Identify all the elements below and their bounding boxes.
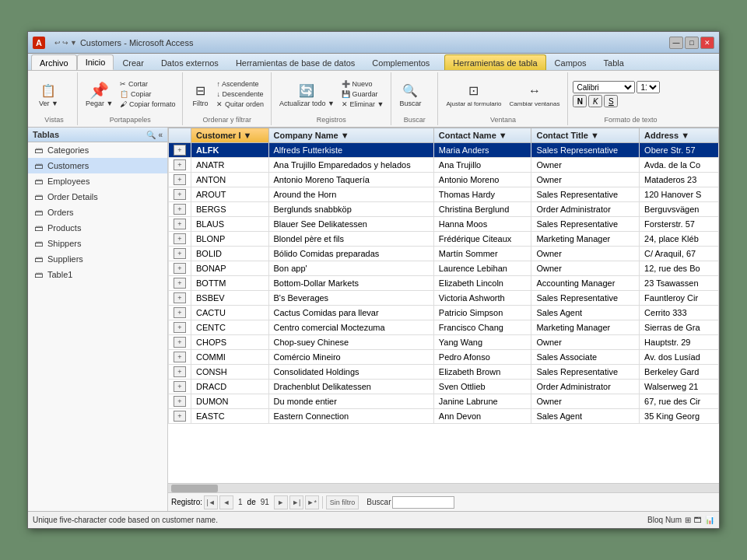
table-row[interactable]: +BOTTMBottom-Dollar MarketsElizabeth Lin… <box>169 276 719 291</box>
sidebar-item-order-details[interactable]: 🗃 Order Details <box>28 189 167 205</box>
nav-first-button[interactable]: |◄ <box>204 495 218 509</box>
sidebar-item-products[interactable]: 🗃 Products <box>28 220 167 236</box>
row-expander[interactable]: + <box>174 189 186 200</box>
row-expander[interactable]: + <box>174 159 186 170</box>
ribbon-btn-actualizar[interactable]: 🔄 Actualizar todo ▼ <box>276 79 338 109</box>
table-row[interactable]: +CENTCCentro comercial MoctezumaFrancisc… <box>169 320 719 335</box>
tab-campos[interactable]: Campos <box>546 54 595 70</box>
row-expander[interactable]: + <box>174 204 186 215</box>
col-address[interactable]: Address ▼ <box>640 128 719 143</box>
row-expander[interactable]: + <box>174 219 186 229</box>
sidebar-item-shippers[interactable]: 🗃 Shippers <box>28 236 167 251</box>
ribbon-btn-filtro[interactable]: ⊟ Filtro <box>188 79 212 109</box>
sidebar-item-categories[interactable]: 🗃 Categories <box>28 142 167 158</box>
table-row[interactable]: +AROUTAround the HornThomas HardySales R… <box>169 187 719 202</box>
minimize-button[interactable]: — <box>669 37 683 49</box>
sidebar-item-table1[interactable]: 🗃 Table1 <box>28 267 167 282</box>
horizontal-scrollbar[interactable] <box>168 483 719 492</box>
nav-next-button[interactable]: ► <box>274 495 288 509</box>
row-expander[interactable]: + <box>174 396 186 407</box>
ribbon-btn-nuevo[interactable]: ➕ Nuevo <box>339 79 386 89</box>
tab-herramientas-bd[interactable]: Herramientas de base de datos <box>227 54 363 70</box>
ribbon-btn-buscar[interactable]: 🔍 Buscar <box>396 79 424 109</box>
table-row[interactable]: +ALFKAlfreds FutterkisteMaria AndersSale… <box>169 143 719 158</box>
sidebar-chevron-icon[interactable]: « <box>158 131 163 139</box>
scrollbar-thumb[interactable] <box>171 485 218 492</box>
table-row[interactable]: +DUMONDu monde entierJanine LabruneOwner… <box>169 394 719 409</box>
table-row[interactable]: +CONSHConsolidated HoldingsElizabeth Bro… <box>169 365 719 380</box>
row-expander[interactable]: + <box>174 145 186 156</box>
ribbon-btn-quitar-orden[interactable]: ✕ Quitar orden <box>214 100 266 109</box>
italic-button[interactable]: K <box>588 95 602 107</box>
row-expander[interactable]: + <box>174 248 186 259</box>
data-table-wrapper[interactable]: Customer I ▼ Company Name ▼ Contact Name… <box>168 128 719 483</box>
table-row[interactable]: +CACTUCactus Comidas para llevarPatricio… <box>169 306 719 320</box>
sidebar-item-employees[interactable]: 🗃 Employees <box>28 173 167 189</box>
table-row[interactable]: +BSBEVB's BeveragesVictoria AshworthSale… <box>169 291 719 306</box>
font-selector[interactable]: Calibri <box>573 81 635 93</box>
row-expander[interactable]: + <box>174 307 186 318</box>
row-expander[interactable]: + <box>174 263 186 274</box>
tab-inicio[interactable]: Inicio <box>77 54 114 70</box>
tab-archivo[interactable]: Archivo <box>31 54 77 70</box>
nav-last-button[interactable]: ►| <box>289 495 303 509</box>
table-row[interactable]: +CHOPSChop-suey ChineseYang WangOwnerHau… <box>169 335 719 350</box>
row-expander[interactable]: + <box>174 278 186 289</box>
row-expander[interactable]: + <box>174 381 186 392</box>
col-contact-name[interactable]: Contact Name ▼ <box>433 128 531 143</box>
maximize-button[interactable]: □ <box>685 37 699 49</box>
table-row[interactable]: +BERGSBerglunds snabbköpChristina Berglu… <box>169 202 719 217</box>
ribbon-btn-copiar[interactable]: 📋 Copiar <box>117 89 177 99</box>
ribbon-btn-cambiar-ventanas[interactable]: ↔ Cambiar ventanas <box>507 80 563 109</box>
table-row[interactable]: +BLONPBlondel père et filsFrédérique Cit… <box>169 232 719 247</box>
bold-button[interactable]: N <box>573 95 587 107</box>
nav-new-button[interactable]: ►* <box>305 495 319 509</box>
ribbon-btn-pegar[interactable]: 📌 Pegar ▼ <box>82 79 116 109</box>
close-button[interactable]: ✕ <box>700 37 714 49</box>
ribbon-btn-copiar-formato[interactable]: 🖌 Copiar formato <box>117 100 177 109</box>
table-row[interactable]: +COMMIComércio MineiroPedro AfonsoSales … <box>169 350 719 365</box>
tab-tabla[interactable]: Tabla <box>595 54 633 70</box>
col-contact-title[interactable]: Contact Title ▼ <box>531 128 640 143</box>
table-row[interactable]: +BLAUSBlauer See DelikatessenHanna MoosS… <box>169 217 719 232</box>
row-expander[interactable]: + <box>174 366 186 377</box>
tab-crear[interactable]: Crear <box>114 54 153 70</box>
tab-datos-externos[interactable]: Datos externos <box>153 54 227 70</box>
nav-prev-button[interactable]: ◄ <box>219 495 233 509</box>
row-expander[interactable]: + <box>174 337 186 348</box>
ribbon-btn-ascendente[interactable]: ↑ Ascendente <box>214 79 266 89</box>
ribbon-btn-ajustar[interactable]: ⊡ Ajustar al formulario <box>443 80 504 109</box>
table-row[interactable]: +BOLIDBólido Comidas preparadasMartín So… <box>169 247 719 261</box>
table-row[interactable]: +DRACDDrachenblut DelikatessenSven Ottli… <box>169 380 719 394</box>
row-expander[interactable]: + <box>174 292 186 303</box>
row-expander[interactable]: + <box>174 352 186 362</box>
row-expander[interactable]: + <box>174 322 186 333</box>
underline-button[interactable]: S <box>604 95 618 107</box>
col-customer-id[interactable]: Customer I ▼ <box>191 128 269 143</box>
row-expander[interactable]: + <box>174 411 186 422</box>
dropdown-tool[interactable]: ▼ <box>70 39 77 47</box>
table-row[interactable]: +ANTONAntonio Moreno TaqueríaAntonio Mor… <box>169 173 719 187</box>
ribbon-btn-cortar[interactable]: ✂ Cortar <box>117 79 177 89</box>
tab-complementos[interactable]: Complementos <box>363 54 438 70</box>
row-expander[interactable]: + <box>174 174 186 185</box>
table-row[interactable]: +EASTCEastern ConnectionAnn DevonSales A… <box>169 409 719 424</box>
undo-tool[interactable]: ↩ <box>54 39 61 47</box>
sidebar-item-suppliers[interactable]: 🗃 Suppliers <box>28 251 167 267</box>
tab-herramientas-tabla[interactable]: Herramientas de tabla <box>444 54 545 70</box>
ribbon-btn-guardar[interactable]: 💾 Guardar <box>339 89 386 99</box>
no-filter-button[interactable]: Sin filtro <box>326 495 359 509</box>
table-row[interactable]: +BONAPBon app'Laurence LebihanOwner12, r… <box>169 261 719 276</box>
table-row[interactable]: +ANATRAna Trujillo Emparedados y helados… <box>169 158 719 173</box>
row-expander[interactable]: + <box>174 233 186 244</box>
sidebar-item-orders[interactable]: 🗃 Orders <box>28 205 167 220</box>
fontsize-selector[interactable]: 11 <box>637 81 660 93</box>
ribbon-btn-ver[interactable]: 📋 Ver ▼ <box>36 79 61 109</box>
sidebar-item-customers[interactable]: 🗃 Customers <box>28 158 167 173</box>
search-input[interactable] <box>392 496 454 509</box>
col-company-name[interactable]: Company Name ▼ <box>268 128 433 143</box>
ribbon-btn-eliminar[interactable]: ✕ Eliminar ▼ <box>339 100 386 109</box>
ribbon-btn-descendente[interactable]: ↓ Descendente <box>214 89 266 99</box>
redo-tool[interactable]: ↪ <box>62 39 68 47</box>
sidebar-search-icon[interactable]: 🔍 <box>146 131 156 139</box>
